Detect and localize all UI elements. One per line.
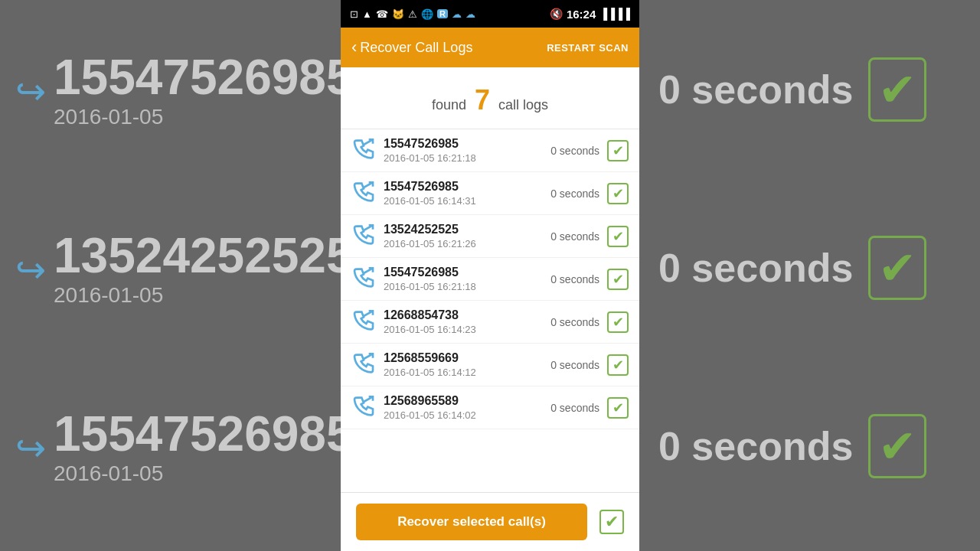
call-icon-7 <box>351 396 376 420</box>
recover-selected-button[interactable]: Recover selected call(s) <box>356 504 587 540</box>
status-right: 🔇 16:24 ▐▐▐▐ <box>550 8 630 21</box>
sim-icon: ⊡ <box>350 8 358 20</box>
cat-icon: 🐱 <box>392 8 404 20</box>
found-suffix: call logs <box>498 97 548 112</box>
bg-seconds-2: 0 seconds <box>658 245 853 291</box>
bg-call-icon-2: ↪ <box>15 248 46 291</box>
call-number-7: 12568965589 <box>384 394 550 408</box>
call-checkbox-7[interactable]: ✔ <box>607 397 629 419</box>
call-date-7: 2016-01-05 16:14:02 <box>384 409 550 421</box>
call-log-item-5[interactable]: 12668854738 2016-01-05 16:14:23 0 second… <box>341 301 639 344</box>
bg-date-2: 2016-01-05 <box>54 283 354 308</box>
call-list: 15547526985 2016-01-05 16:21:18 0 second… <box>341 129 639 492</box>
svg-line-0 <box>364 139 373 145</box>
call-log-item-4[interactable]: 15547526985 2016-01-05 16:21:18 0 second… <box>341 258 639 301</box>
call-number-1: 15547526985 <box>384 137 550 151</box>
wifi-icon: ▲ <box>362 8 372 20</box>
bg-date-3: 2016-01-05 <box>54 461 354 486</box>
svg-line-6 <box>364 396 373 402</box>
bg-date-1: 2016-01-05 <box>54 105 354 129</box>
phone-container: ⊡ ▲ ☎ 🐱 ⚠ 🌐 R ☁ ☁ 🔇 16:24 ▐▐▐▐ ‹ Recover… <box>341 0 639 551</box>
call-info-6: 12568559669 2016-01-05 16:14:12 <box>384 351 550 378</box>
call-info-5: 12668854738 2016-01-05 16:14:23 <box>384 308 550 335</box>
call-checkbox-1[interactable]: ✔ <box>607 140 629 161</box>
status-icons: ⊡ ▲ ☎ 🐱 ⚠ 🌐 R ☁ ☁ <box>350 8 475 20</box>
call-number-3: 13524252525 <box>384 223 550 236</box>
bg-check-3: ✔ <box>868 414 926 478</box>
svg-line-1 <box>364 182 373 187</box>
call-icon-6 <box>351 353 376 377</box>
call-info-7: 12568965589 2016-01-05 16:14:02 <box>384 394 550 421</box>
call-date-2: 2016-01-05 16:14:31 <box>384 195 550 207</box>
bg-number-3: 15547526985 <box>54 409 354 458</box>
call-number-6: 12568559669 <box>384 351 550 365</box>
call-log-item-2[interactable]: 15547526985 2016-01-05 16:14:31 0 second… <box>341 172 639 215</box>
call-checkbox-2[interactable]: ✔ <box>607 183 629 204</box>
svg-line-4 <box>364 311 373 316</box>
call-duration-5: 0 seconds <box>550 316 599 328</box>
chevron-left-icon: ‹ <box>351 37 357 57</box>
call-checkbox-5[interactable]: ✔ <box>607 311 629 333</box>
nav-bar: ‹ Recover Call Logs RESTART SCAN <box>341 28 639 67</box>
call-checkbox-6[interactable]: ✔ <box>607 354 629 376</box>
svg-line-5 <box>364 354 373 359</box>
globe-icon: 🌐 <box>421 8 433 20</box>
call-duration-2: 0 seconds <box>550 187 599 200</box>
call-checkbox-3[interactable]: ✔ <box>607 226 629 247</box>
call-info-1: 15547526985 2016-01-05 16:21:18 <box>384 137 550 164</box>
main-content: found 7 call logs 15547526985 2016-01-05… <box>341 67 639 551</box>
bg-call-icon-3: ↪ <box>15 426 46 469</box>
nav-title-text: Recover Call Logs <box>360 40 472 56</box>
bg-right: 0 seconds ✔ 0 seconds ✔ 0 seconds ✔ <box>643 0 980 551</box>
bg-number-1: 15547526985 <box>54 53 354 102</box>
bottom-bar: Recover selected call(s) ✔ <box>341 492 639 551</box>
call-icon-3 <box>351 224 376 249</box>
call-duration-4: 0 seconds <box>550 273 599 285</box>
call-log-item-7[interactable]: 12568965589 2016-01-05 16:14:02 0 second… <box>341 386 639 429</box>
select-all-checkbox[interactable]: ✔ <box>599 510 624 534</box>
call-date-5: 2016-01-05 16:14:23 <box>384 324 550 335</box>
call-checkbox-4[interactable]: ✔ <box>607 269 629 290</box>
call-date-6: 2016-01-05 16:14:12 <box>384 367 550 378</box>
call-date-4: 2016-01-05 16:21:18 <box>384 281 550 292</box>
phone-icon: ☎ <box>376 8 388 20</box>
found-count: 7 <box>475 84 490 116</box>
call-duration-7: 0 seconds <box>550 402 599 414</box>
bg-number-2: 13524252525 <box>54 231 354 280</box>
call-log-item-1[interactable]: 15547526985 2016-01-05 16:21:18 0 second… <box>341 129 639 172</box>
bg-seconds-1: 0 seconds <box>658 67 853 112</box>
r-icon: R <box>437 9 448 18</box>
battery-icon: ▐▐▐▐ <box>599 8 630 20</box>
call-date-3: 2016-01-05 16:21:26 <box>384 238 550 249</box>
svg-line-2 <box>364 225 373 230</box>
call-info-4: 15547526985 2016-01-05 16:21:18 <box>384 266 550 292</box>
status-time: 16:24 <box>567 8 596 21</box>
cloud-icon-2: ☁ <box>466 8 475 20</box>
call-number-4: 15547526985 <box>384 266 550 279</box>
bg-left: ↪ 15547526985 2016-01-05 ↪ 13524252525 2… <box>0 0 345 551</box>
bg-call-icon-1: ↪ <box>15 70 46 112</box>
bg-seconds-3: 0 seconds <box>658 423 853 469</box>
call-log-item-3[interactable]: 13524252525 2016-01-05 16:21:26 0 second… <box>341 215 639 258</box>
call-icon-4 <box>351 267 376 292</box>
found-header: found 7 call logs <box>341 67 639 129</box>
status-bar: ⊡ ▲ ☎ 🐱 ⚠ 🌐 R ☁ ☁ 🔇 16:24 ▐▐▐▐ <box>341 0 639 28</box>
call-icon-1 <box>351 139 376 163</box>
call-icon-5 <box>351 310 376 334</box>
call-duration-6: 0 seconds <box>550 359 599 371</box>
call-duration-1: 0 seconds <box>550 145 599 157</box>
mute-icon: 🔇 <box>550 8 563 20</box>
back-button[interactable]: ‹ Recover Call Logs <box>351 37 472 57</box>
restart-scan-button[interactable]: RESTART SCAN <box>547 42 629 54</box>
call-info-3: 13524252525 2016-01-05 16:21:26 <box>384 223 550 249</box>
call-icon-2 <box>351 181 376 206</box>
call-duration-3: 0 seconds <box>550 230 599 243</box>
bg-check-2: ✔ <box>868 236 926 300</box>
call-log-item-6[interactable]: 12568559669 2016-01-05 16:14:12 0 second… <box>341 344 639 386</box>
svg-line-3 <box>364 268 373 273</box>
call-info-2: 15547526985 2016-01-05 16:14:31 <box>384 180 550 207</box>
call-number-5: 12668854738 <box>384 308 550 322</box>
call-date-1: 2016-01-05 16:21:18 <box>384 152 550 164</box>
call-number-2: 15547526985 <box>384 180 550 194</box>
found-prefix: found <box>432 97 466 112</box>
